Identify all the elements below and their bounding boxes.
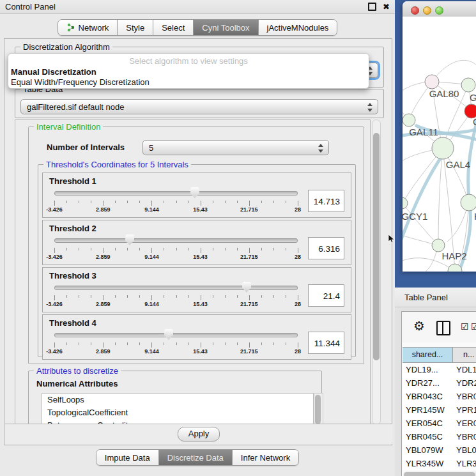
column-header-shared-name[interactable]: shared... [403,348,453,362]
panel-title: Control Panel [5,2,368,12]
discretization-algorithm-title: Discretization Algorithm [20,42,112,52]
settings-scrollbar[interactable] [372,119,381,425]
bottom-tab-row: Impute Data Discretize Data Infer Networ… [0,449,395,464]
node-label: HAP2 [441,250,466,261]
table-panel: ⚙ ☑ ☑ shared... n... YDL19... YDL1 YDR27… [395,307,476,476]
network-icon [66,23,75,32]
network-node-hap2[interactable] [432,239,445,252]
algorithm-options: Manual DiscretizationEqual Width/Frequen… [8,67,369,88]
settings-scrollbar-thumb[interactable] [373,133,380,360]
checkbox-icon[interactable]: ☑ [471,321,476,332]
network-canvas: GAL80GACGAL11GAL4GCY1HHAP2 [403,17,476,272]
table-data-group: Table Data galFiltered.sif default node [15,89,384,118]
node-label: GCY1 [403,211,427,222]
network-graph[interactable]: GAL80GACGAL11GAL4GCY1HHAP2 [403,17,476,272]
table-card: ⚙ ☑ ☑ shared... n... YDL19... YDL1 YDR27… [401,311,476,476]
slider-thumb[interactable] [164,329,173,340]
tab-infer-network[interactable]: Infer Network [232,450,298,465]
number-of-intervals-combobox[interactable]: 5 [142,140,329,155]
node-table: shared... n... YDL19... YDL1 YDR27... YD… [403,347,476,470]
slider-track[interactable] [54,286,298,290]
network-node-ga[interactable] [461,78,475,92]
interval-definition-group: Interval Definition Number of Intervals … [28,127,364,364]
table-row[interactable]: YDR27... YDR2 [403,376,476,390]
numerical-attributes-list[interactable]: SelfLoopsTopologicalCoefficientBetweenne… [42,393,314,425]
tab-discretize-data[interactable]: Discretize Data [158,450,232,465]
table-row[interactable]: YER054C YER0 [403,417,476,430]
tab-jactivemnodules[interactable]: jActiveMNodules [258,20,337,35]
threshold-2-value[interactable]: 6.316 [308,237,344,259]
network-view-window: GAL80GACGAL11GAL4GCY1HHAP2 [403,1,476,272]
column-header-name[interactable]: n... [453,348,476,362]
slider-track[interactable] [54,333,298,337]
slider-thumb[interactable] [190,187,199,198]
algorithm-placeholder: Select algorithm to view settings [8,56,369,67]
close-button[interactable] [411,6,419,15]
zoom-button[interactable] [435,6,443,15]
tab-network[interactable]: Network [58,20,118,35]
tab-select[interactable]: Select [153,20,193,35]
apply-button[interactable]: Apply [178,427,220,441]
columns-icon[interactable] [436,321,450,335]
number-of-intervals-label: Number of Intervals [47,142,125,152]
table-horizontal-scrollbar[interactable] [403,472,476,476]
threshold-3-label: Threshold 3 [49,271,344,280]
attribute-list-item[interactable]: TopologicalCoefficient [42,406,313,419]
threshold-3-slider[interactable]: -3.4262.8599.14415.4321.71528 [54,281,298,309]
table-panel-header: Table Panel [395,288,476,307]
node-label: GAL11 [409,127,438,137]
table-row[interactable]: YBR045C YBR0 [403,430,476,443]
table-toolbar: ⚙ ☑ ☑ [402,312,476,342]
mouse-cursor [388,234,395,244]
tab-impute-data[interactable]: Impute Data [96,450,158,465]
close-panel-icon[interactable]: ✖ [383,4,390,10]
slider-thumb[interactable] [242,282,251,293]
slider-ticks [54,201,298,206]
network-nodes[interactable]: GAL80GACGAL11GAL4GCY1HHAP2 [403,75,476,272]
attribute-list-item[interactable]: SelfLoops [42,394,313,406]
network-node-gal80[interactable] [425,75,439,89]
tab-cyni-toolbox[interactable]: Cyni Toolbox [193,20,257,35]
gear-icon[interactable]: ⚙ [413,318,425,334]
algorithm-option[interactable]: Equal Width/Frequency Discretization [8,77,369,88]
node-label: GAL4 [446,159,470,170]
network-node-gcy1[interactable] [403,197,408,209]
slider-scale-labels: -3.4262.8599.14415.4321.71528 [54,301,298,308]
table-row[interactable]: YBL079W YBL0 [403,443,476,457]
slider-track[interactable] [54,191,298,196]
algorithm-option[interactable]: Manual Discretization [8,67,369,77]
float-window-icon[interactable] [368,3,376,11]
attributes-group: Attributes to discretize Numerical Attri… [28,371,322,425]
threshold-coordinates-title: Threshold's Coordinates for 5 Intervals [43,160,191,169]
threshold-3-value[interactable]: 21.4 [308,284,344,307]
network-window-titlebar[interactable] [403,1,476,17]
table-header-row: shared... n... [403,347,476,363]
threshold-1-slider[interactable]: -3.4262.8599.14415.4321.71528 [54,187,298,215]
threshold-list: Threshold 1 -3.4262.8599.14415.4321.7152… [42,173,351,360]
network-node-h[interactable] [461,194,476,211]
node-label: GA [470,92,476,103]
combo-stepper-icon [367,102,373,112]
combo-stepper-icon [318,143,324,153]
slider-thumb[interactable] [125,234,134,245]
attributes-group-title: Attributes to discretize [34,366,121,376]
table-data-combobox[interactable]: galFiltered.sif default node [20,99,378,114]
table-row[interactable]: YDL19... YDL1 [403,363,476,376]
slider-track[interactable] [54,238,298,243]
table-row[interactable]: YBR043C YBR0 [403,390,476,403]
threshold-4-value[interactable]: 11.344 [308,332,344,354]
network-node-gal4[interactable] [432,137,454,159]
minimize-button[interactable] [423,6,431,15]
threshold-2-slider[interactable]: -3.4262.8599.14415.4321.71528 [54,234,298,262]
threshold-1-value[interactable]: 14.713 [308,190,344,212]
threshold-1-label: Threshold 1 [49,176,344,186]
table-row[interactable]: YPR145W YPR1 [403,403,476,417]
table-row[interactable]: YLR345W YLR3 [403,457,476,470]
slider-ticks [54,248,298,253]
tab-style[interactable]: Style [117,20,153,35]
threshold-4-slider[interactable]: -3.4262.8599.14415.4321.71528 [54,328,298,357]
network-node-gal11[interactable] [403,114,415,127]
algorithm-dropdown-popup: Select algorithm to view settings Manual… [8,53,369,89]
attribute-list-scrollbar[interactable] [314,393,323,425]
checkbox-icon[interactable]: ☑ [461,321,469,332]
